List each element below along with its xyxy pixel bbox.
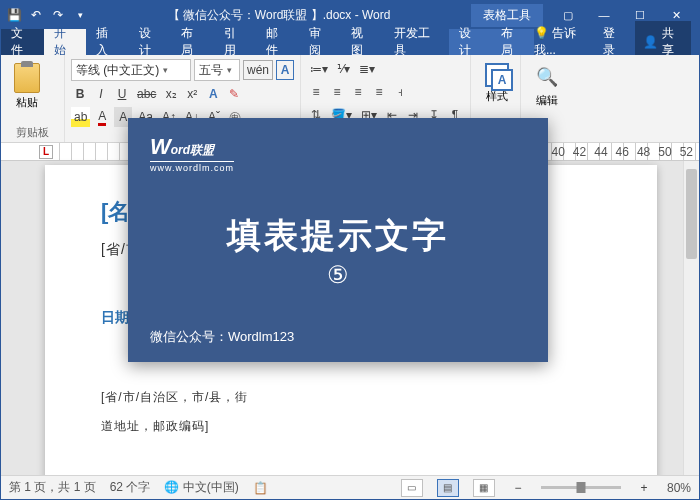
bullets-button[interactable]: ≔▾ xyxy=(307,59,331,79)
tab-home[interactable]: 开始 xyxy=(44,29,87,55)
print-layout-button[interactable]: ▤ xyxy=(437,479,459,497)
tab-insert[interactable]: 插入 xyxy=(86,29,129,55)
character-border-button[interactable]: A xyxy=(276,60,294,80)
status-bar: 第 1 页，共 1 页 62 个字 🌐 中文(中国) 📋 ▭ ▤ ▦ − + 8… xyxy=(1,475,699,499)
brand-url: www.wordlm.com xyxy=(150,161,234,173)
align-left-button[interactable]: ≡ xyxy=(307,82,325,102)
distributed-button[interactable]: ⫞ xyxy=(391,82,409,102)
tab-view[interactable]: 视图 xyxy=(341,29,384,55)
save-icon[interactable]: 💾 xyxy=(7,8,21,22)
status-language[interactable]: 🌐 中文(中国) xyxy=(164,479,238,496)
tab-references[interactable]: 引用 xyxy=(214,29,257,55)
paste-icon xyxy=(14,63,40,93)
zoom-out-button[interactable]: − xyxy=(509,478,527,498)
phonetic-guide-button[interactable]: wén xyxy=(243,60,273,80)
tab-design[interactable]: 设计 xyxy=(129,29,172,55)
window-title: 【 微信公众号：Word联盟 】.docx - Word xyxy=(95,7,463,24)
tab-review[interactable]: 审阅 xyxy=(299,29,342,55)
superscript-button[interactable]: x² xyxy=(183,84,201,104)
font-size-combo[interactable]: 五号▾ xyxy=(194,59,240,81)
tab-developer[interactable]: 开发工具 xyxy=(384,29,449,55)
numbering-button[interactable]: ⅟▾ xyxy=(334,59,353,79)
zoom-level[interactable]: 80% xyxy=(667,481,691,495)
tab-mailings[interactable]: 邮件 xyxy=(256,29,299,55)
styles-button[interactable]: 样式 xyxy=(477,59,517,108)
status-word-count[interactable]: 62 个字 xyxy=(110,479,151,496)
qat-dropdown-icon[interactable]: ▾ xyxy=(73,8,87,22)
chevron-down-icon: ▾ xyxy=(163,65,168,75)
overlay-footer: 微信公众号：Wordlm123 xyxy=(150,328,526,346)
font-name-combo[interactable]: 等线 (中文正文)▾ xyxy=(71,59,191,81)
tab-layout[interactable]: 布局 xyxy=(171,29,214,55)
italic-button[interactable]: I xyxy=(92,84,110,104)
tell-me[interactable]: 💡 告诉我... xyxy=(534,25,593,59)
find-icon: 🔍 xyxy=(533,63,561,91)
editing-button[interactable]: 🔍 编辑 xyxy=(527,59,567,112)
login-link[interactable]: 登录 xyxy=(603,25,625,59)
quick-access-toolbar: 💾 ↶ ↷ ▾ xyxy=(7,8,87,22)
strikethrough-button[interactable]: abc xyxy=(134,84,159,104)
font-color-button[interactable]: A xyxy=(93,107,111,127)
highlight-button[interactable]: ab xyxy=(71,107,90,127)
web-layout-button[interactable]: ▦ xyxy=(473,479,495,497)
underline-button[interactable]: U xyxy=(113,84,131,104)
overlay-title: 填表提示文字 xyxy=(227,213,449,259)
justify-button[interactable]: ≡ xyxy=(370,82,388,102)
subscript-button[interactable]: x₂ xyxy=(162,84,180,104)
clear-formatting-button[interactable]: ✎ xyxy=(225,84,243,104)
ribbon-options-icon[interactable]: ▢ xyxy=(551,5,585,25)
doc-address[interactable]: [省/市/自治区，市/县，街 道地址，邮政编码] xyxy=(101,383,601,441)
styles-icon xyxy=(485,63,509,87)
align-center-button[interactable]: ≡ xyxy=(328,82,346,102)
group-clipboard-label: 剪贴板 xyxy=(7,125,58,140)
tab-type-selector[interactable]: L xyxy=(39,145,53,159)
tab-file[interactable]: 文件 xyxy=(1,29,44,55)
bold-button[interactable]: B xyxy=(71,84,89,104)
ribbon-tabs: 文件 开始 插入 设计 布局 引用 邮件 审阅 视图 开发工具 设计 布局 💡 … xyxy=(1,29,699,55)
overlay-number: ⑤ xyxy=(327,261,349,289)
text-effects-button[interactable]: A xyxy=(204,84,222,104)
status-page[interactable]: 第 1 页，共 1 页 xyxy=(9,479,96,496)
zoom-in-button[interactable]: + xyxy=(635,478,653,498)
align-right-button[interactable]: ≡ xyxy=(349,82,367,102)
scrollbar-thumb[interactable] xyxy=(686,169,697,259)
redo-icon[interactable]: ↷ xyxy=(51,8,65,22)
vertical-scrollbar[interactable] xyxy=(683,161,699,475)
chevron-down-icon: ▾ xyxy=(227,65,232,75)
read-mode-button[interactable]: ▭ xyxy=(401,479,423,497)
minimize-button[interactable]: — xyxy=(587,5,621,25)
undo-icon[interactable]: ↶ xyxy=(29,8,43,22)
contextual-tab-label: 表格工具 xyxy=(471,4,543,27)
brand-logo: Word联盟 xyxy=(150,138,214,158)
status-track-changes-icon[interactable]: 📋 xyxy=(253,481,268,495)
tab-table-design[interactable]: 设计 xyxy=(449,29,492,55)
multilevel-list-button[interactable]: ≣▾ xyxy=(356,59,378,79)
tab-table-layout[interactable]: 布局 xyxy=(491,29,534,55)
paste-button[interactable]: 粘贴 xyxy=(7,59,47,114)
splash-overlay: Word联盟 www.wordlm.com 填表提示文字 ⑤ 微信公众号：Wor… xyxy=(128,118,548,362)
zoom-slider[interactable] xyxy=(541,486,621,489)
